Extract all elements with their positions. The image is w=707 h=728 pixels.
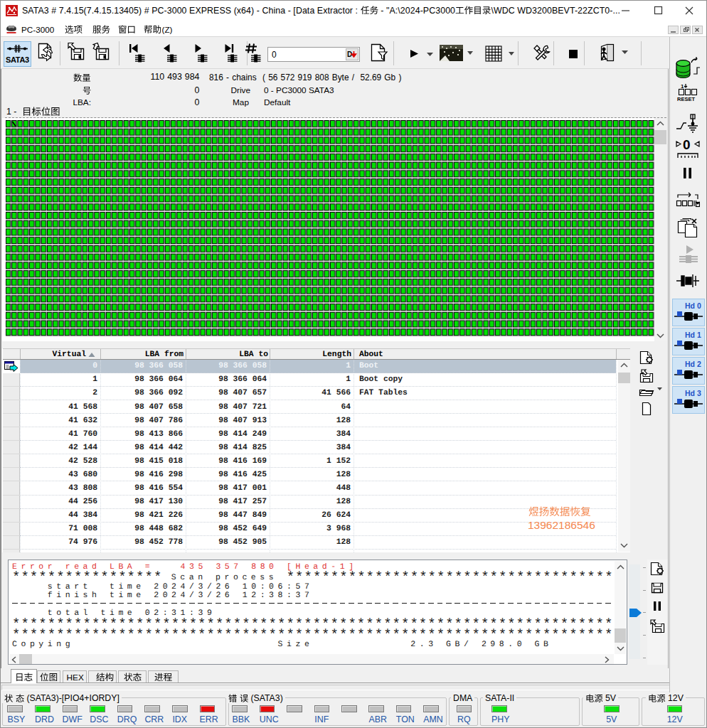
svg-text:RESET: RESET: [677, 96, 695, 102]
svg-text:1: 1: [681, 83, 684, 90]
svg-text:0: 0: [683, 138, 691, 152]
